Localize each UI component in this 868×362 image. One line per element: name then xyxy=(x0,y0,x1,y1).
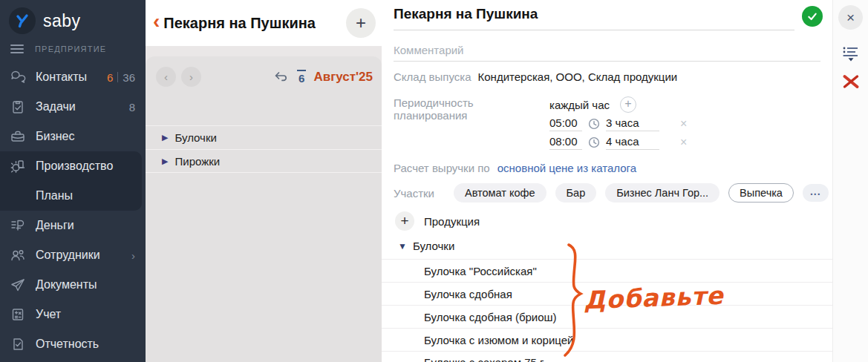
save-confirm-button[interactable] xyxy=(802,6,823,27)
section-chip-selected[interactable]: Выпечка xyxy=(728,183,794,203)
plan-group-row[interactable]: ▶ Булочки xyxy=(146,125,382,149)
collapse-triangle-icon[interactable]: ▼ xyxy=(398,241,407,251)
badge-total-count: 8 xyxy=(129,101,135,113)
plan-group-row[interactable]: ▶ Пирожки xyxy=(146,149,382,173)
slot-row: 05:00 3 часа × xyxy=(549,114,687,133)
add-product-label: Продукция xyxy=(424,215,480,228)
saby-logo-icon[interactable] xyxy=(9,7,36,34)
report-check-icon xyxy=(10,336,26,352)
calculator-icon xyxy=(10,306,26,323)
month-selector[interactable]: Август'25 xyxy=(313,70,373,85)
warehouse-row: Склад выпуска Кондитерская, ООО, Склад п… xyxy=(394,70,820,83)
add-product-row[interactable]: + Продукция xyxy=(395,211,832,231)
filter-icon[interactable] xyxy=(842,46,860,62)
next-period-button[interactable]: › xyxy=(181,67,201,87)
sidebar-section-label: ПРЕДПРИЯТИЕ xyxy=(35,45,106,53)
sections-row: Участки Автомат кофе Бар Бизнес Ланч Гор… xyxy=(394,183,820,203)
sidebar-item-reports[interactable]: Отчетность xyxy=(0,329,146,359)
people-icon xyxy=(10,247,26,263)
money-ruble-icon xyxy=(10,217,26,234)
comment-input[interactable] xyxy=(394,44,820,62)
production-gear-icon xyxy=(10,158,26,174)
add-plan-button[interactable]: + xyxy=(346,8,376,38)
plan-group-label: Пирожки xyxy=(174,155,220,168)
prev-period-button[interactable]: ‹ xyxy=(156,67,176,87)
section-row: ПРЕДПРИЯТИЕ xyxy=(0,39,146,61)
plan-edit-panel: Пекарня на Пушкина Склад выпуска Кондите… xyxy=(382,0,832,362)
slot-duration-input[interactable]: 4 часа xyxy=(606,135,659,150)
warehouse-value[interactable]: Кондитерская, ООО, Склад продукции xyxy=(478,70,678,83)
plan-title-input[interactable]: Пекарня на Пушкина xyxy=(394,6,794,30)
delete-red-x-icon[interactable] xyxy=(842,73,860,90)
sidebar-item-plans[interactable]: Планы xyxy=(0,181,142,211)
back-chevron-icon[interactable]: ‹ xyxy=(153,11,160,32)
sidebar-item-accounting[interactable]: Учет xyxy=(0,300,146,329)
add-product-icon[interactable]: + xyxy=(395,211,414,231)
slot-duration-input[interactable]: 3 часа xyxy=(606,116,659,131)
hamburger-menu-icon[interactable] xyxy=(10,45,24,53)
slot-time-input[interactable]: 05:00 xyxy=(549,116,582,131)
sidebar-item-label: Сотрудники xyxy=(36,249,131,262)
warehouse-label: Склад выпуска xyxy=(394,70,471,83)
sidebar-item-label: Учет xyxy=(36,308,135,321)
plan-list-title: Пекарня на Пушкина xyxy=(163,15,346,32)
product-group-row[interactable]: ▼ Булочки xyxy=(398,240,832,252)
expand-triangle-icon[interactable]: ▶ xyxy=(162,133,168,142)
periodicity-label: Периодичность планирования xyxy=(394,95,549,122)
periodicity-value[interactable]: каждый час xyxy=(549,99,610,111)
section-chip[interactable]: Бар xyxy=(555,183,597,203)
sidebar-item-label: Контакты xyxy=(36,70,107,84)
section-chip[interactable]: Автомат кофе xyxy=(454,183,546,203)
product-group-label: Булочки xyxy=(413,240,454,252)
sidebar-item-money[interactable]: Деньги xyxy=(0,211,146,240)
sidebar: saby ПРЕДПРИЯТИЕ Контакты 6 36 xyxy=(0,0,146,362)
current-day-button[interactable]: 6 xyxy=(297,70,306,85)
plan-groups-list: ▶ Булочки ▶ Пирожки xyxy=(146,125,382,173)
sidebar-item-documents[interactable]: Документы xyxy=(0,270,146,300)
periodicity-row: Периодичность планирования каждый час + … xyxy=(394,95,820,151)
sidebar-item-label: Планы xyxy=(10,189,131,203)
period-navigation: ‹ › 6 Август'25 xyxy=(146,56,382,87)
sidebar-item-label: Бизнес xyxy=(36,130,135,143)
revenue-method-link[interactable]: основной цене из каталога xyxy=(497,162,636,174)
logo-row: saby xyxy=(0,0,146,39)
remove-slot-icon[interactable]: × xyxy=(680,118,687,130)
revenue-label: Расчет выручки по xyxy=(394,162,490,174)
clock-icon xyxy=(588,136,600,148)
remove-slot-icon[interactable]: × xyxy=(680,136,687,148)
chat-bubbles-icon xyxy=(10,69,26,85)
sidebar-item-contacts[interactable]: Контакты 6 36 xyxy=(0,62,146,92)
undo-icon[interactable] xyxy=(274,71,288,82)
clock-icon xyxy=(588,118,600,130)
product-row[interactable]: Булочка с сахаром 75 г xyxy=(382,351,832,362)
sidebar-item-label: Документы xyxy=(36,278,135,292)
plans-header: ‹ Пекарня на Пушкина + xyxy=(146,0,382,46)
active-menu-group: Производство Планы xyxy=(0,151,142,211)
sidebar-item-label: Отчетность xyxy=(36,338,135,351)
sidebar-item-label: Деньги xyxy=(36,219,135,232)
plans-body: ‹ › 6 Август'25 ▶ Булочки ▶ xyxy=(146,46,382,362)
sidebar-item-label: Задачи xyxy=(36,100,129,113)
products-list: Булочка "Российская" Булочка сдобная Бул… xyxy=(382,259,832,362)
more-sections-button[interactable]: ... xyxy=(803,184,829,202)
sidebar-item-production[interactable]: Производство xyxy=(0,151,142,181)
logo-text: saby xyxy=(43,11,81,31)
product-row[interactable]: Булочка сдобная (бриош) xyxy=(382,305,832,328)
clipboard-check-icon xyxy=(10,99,26,115)
section-chip[interactable]: Бизнес Ланч Гор... xyxy=(605,183,719,203)
add-slot-button[interactable]: + xyxy=(620,96,636,113)
sidebar-item-tasks[interactable]: Задачи 8 xyxy=(0,92,146,122)
sidebar-item-employees[interactable]: Сотрудники › xyxy=(0,240,146,270)
close-panel-button[interactable]: × xyxy=(838,5,863,30)
periodicity-settings: каждый час + 05:00 3 часа × 08:00 xyxy=(549,95,687,151)
sidebar-item-business[interactable]: Бизнес xyxy=(0,122,146,151)
product-row[interactable]: Булочка "Российская" xyxy=(382,259,832,282)
slot-time-input[interactable]: 08:00 xyxy=(549,135,582,150)
product-row[interactable]: Булочка с изюмом и корицей xyxy=(382,328,832,351)
expand-triangle-icon[interactable]: ▶ xyxy=(162,157,168,166)
badge-total-count: 36 xyxy=(123,71,135,84)
paper-plane-icon xyxy=(10,277,26,293)
right-toolbar: × xyxy=(832,0,868,362)
product-row[interactable]: Булочка сдобная xyxy=(382,282,832,305)
badge-divider xyxy=(117,72,118,82)
